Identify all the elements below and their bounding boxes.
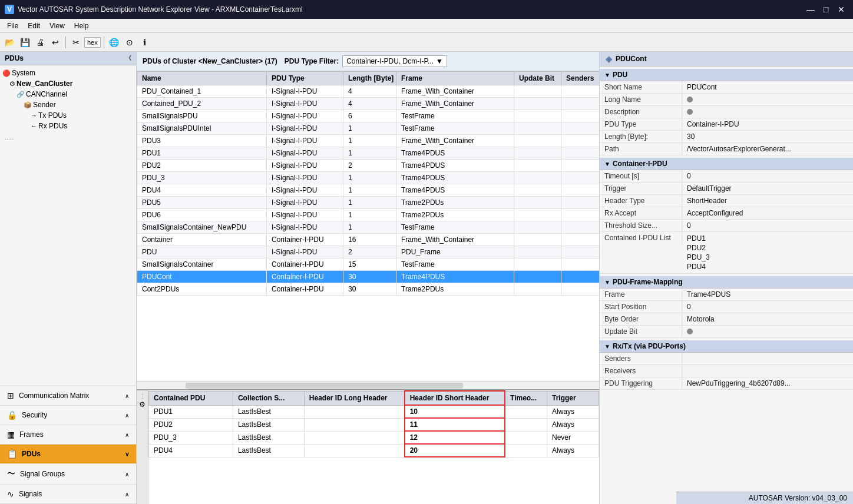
nav-communication-matrix[interactable]: ⊞ Communication Matrix ∧ bbox=[0, 386, 136, 406]
sender-icon: 📦 bbox=[24, 101, 32, 109]
contained-item-pdu1: PDU1 bbox=[687, 234, 848, 243]
table-row[interactable]: Cont2PDUsContainer-I-PDU30Trame2PDUs bbox=[137, 283, 600, 296]
menu-bar: File Edit View Help bbox=[0, 19, 853, 33]
lower-table-row[interactable]: PDU2LastIsBest11Always bbox=[149, 418, 599, 431]
nav-signal-groups[interactable]: 〜 Signal Groups ∧ bbox=[0, 464, 136, 485]
table-row[interactable]: PDU5I-Signal-I-PDU1Trame2PDUs bbox=[137, 197, 600, 209]
tree-canchannel[interactable]: 🔗 CANChannel bbox=[0, 89, 136, 100]
timeout-label: Timeout [s] bbox=[600, 170, 682, 182]
info-button[interactable]: ℹ bbox=[138, 35, 152, 49]
lower-table-row[interactable]: PDU4LastIsBest20Always bbox=[149, 444, 599, 457]
nav-frames[interactable]: ▦ Frames ∧ bbox=[0, 425, 136, 445]
title-bar: V Vector AUTOSAR System Description Netw… bbox=[0, 0, 853, 19]
table-row[interactable]: PDUContContainer-I-PDU30Trame4PDUS bbox=[137, 271, 600, 283]
pdu-type-dropdown[interactable]: Container-I-PDU, Dcm-I-P... ▼ bbox=[342, 55, 447, 67]
rxtx-header[interactable]: ▼ Rx/Tx (via PDU-Ports) bbox=[600, 340, 853, 353]
lower-col-header-id-long[interactable]: Header ID Long Header bbox=[304, 391, 404, 405]
maximize-button[interactable]: □ bbox=[819, 4, 833, 15]
cut-button[interactable]: ✂ bbox=[69, 35, 83, 49]
col-frame[interactable]: Frame bbox=[396, 72, 514, 85]
open-button[interactable]: 📂 bbox=[2, 35, 16, 49]
col-update-bit[interactable]: Update Bit bbox=[514, 72, 561, 85]
globe-button[interactable]: 🌐 bbox=[107, 35, 121, 49]
tree-rxpdu[interactable]: ← Rx PDUs bbox=[0, 121, 136, 131]
rxpdu-icon: ← bbox=[31, 122, 37, 130]
lower-col-header-id-short[interactable]: Header ID Short Header bbox=[405, 391, 505, 405]
app-icon: V bbox=[5, 5, 14, 14]
collapse-arrows[interactable]: 《 bbox=[125, 54, 131, 62]
center-panel: PDUs of Cluster <New_CanCluster> (17) PD… bbox=[137, 52, 600, 504]
lower-table-row[interactable]: PDU_3LastIsBest12Never bbox=[149, 431, 599, 444]
table-row[interactable]: ContainerContainer-I-PDU16Frame_With_Con… bbox=[137, 234, 600, 246]
lower-table-container[interactable]: Contained PDU Collection S... Header ID … bbox=[148, 390, 599, 504]
settings-icon[interactable]: ⚙ bbox=[139, 400, 146, 409]
print-button[interactable]: 🖨 bbox=[33, 35, 47, 49]
col-name[interactable]: Name bbox=[137, 72, 267, 85]
scroll-thumb[interactable] bbox=[186, 383, 463, 389]
nav-signals[interactable]: ∿ Signals ∧ bbox=[0, 485, 136, 504]
lower-col-contained-pdu[interactable]: Contained PDU bbox=[149, 391, 233, 405]
container-section-title: Container-I-PDU bbox=[613, 160, 667, 168]
tree-system[interactable]: 🔴 System bbox=[0, 68, 136, 78]
receivers-label: Receivers bbox=[600, 365, 682, 377]
container-section-header[interactable]: ▼ Container-I-PDU bbox=[600, 158, 853, 170]
pdu-triggering-value: NewPduTriggering_4b6207d89... bbox=[682, 377, 853, 389]
table-row[interactable]: PDU6I-Signal-I-PDU1Trame2PDUs bbox=[137, 209, 600, 221]
trigger-label: Trigger bbox=[600, 183, 682, 194]
frame-mapping-header[interactable]: ▼ PDU-Frame-Mapping bbox=[600, 276, 853, 289]
receivers-value bbox=[682, 365, 853, 377]
table-row[interactable]: SmallSignalsPDUI-Signal-I-PDU6TestFrame bbox=[137, 110, 600, 122]
long-name-label: Long Name bbox=[600, 94, 682, 105]
close-button[interactable]: ✕ bbox=[834, 4, 848, 15]
table-row[interactable]: PDU1I-Signal-I-PDU1Trame4PDUS bbox=[137, 147, 600, 160]
pdu-section: ▼ PDU Short Name PDUCont Long Name Descr… bbox=[600, 69, 853, 155]
nav-security[interactable]: 🔒 Security ∧ bbox=[0, 406, 136, 425]
table-row[interactable]: PDU3I-Signal-I-PDU1Frame_With_Container bbox=[137, 135, 600, 147]
menu-help[interactable]: Help bbox=[70, 21, 94, 31]
pdu-frame-mapping-section: ▼ PDU-Frame-Mapping Frame Trame4PDUS Sta… bbox=[600, 276, 853, 338]
save-button[interactable]: 💾 bbox=[18, 35, 32, 49]
tree-sender[interactable]: 📦 Sender bbox=[0, 100, 136, 110]
menu-file[interactable]: File bbox=[2, 21, 23, 31]
table-row[interactable]: PDU_3I-Signal-I-PDU1Trame4PDUS bbox=[137, 172, 600, 184]
table-row[interactable]: PDU2I-Signal-I-PDU2Trame4PDUS bbox=[137, 160, 600, 172]
upper-table-container[interactable]: Name PDU Type Length [Byte] Frame Update… bbox=[137, 71, 599, 381]
threshold-label: Threshold Size... bbox=[600, 220, 682, 231]
contained-list: PDU1 PDU2 PDU_3 PDU4 bbox=[687, 234, 848, 271]
col-senders[interactable]: Senders bbox=[561, 72, 600, 85]
lower-col-timeout[interactable]: Timeo... bbox=[505, 391, 547, 405]
table-row[interactable]: SmallSignalsPDUIntelI-Signal-I-PDU1TestF… bbox=[137, 122, 600, 135]
col-pdu-type[interactable]: PDU Type bbox=[267, 72, 343, 85]
prop-description: Description bbox=[600, 106, 853, 118]
menu-view[interactable]: View bbox=[45, 21, 70, 31]
horizontal-scrollbar[interactable] bbox=[137, 381, 599, 389]
check-button[interactable]: ⊙ bbox=[123, 35, 137, 49]
tree-txpdu[interactable]: → Tx PDUs bbox=[0, 110, 136, 121]
table-row[interactable]: Contained_PDU_2I-Signal-I-PDU4Frame_With… bbox=[137, 98, 600, 110]
menu-edit[interactable]: Edit bbox=[23, 21, 45, 31]
update-bit-label: Update Bit bbox=[600, 326, 682, 337]
lower-col-collection-s[interactable]: Collection S... bbox=[233, 391, 304, 405]
table-row[interactable]: PDUI-Signal-I-PDU2PDU_Frame bbox=[137, 246, 600, 258]
table-row[interactable]: SmallSignalsContainerContainer-I-PDU15Te… bbox=[137, 258, 600, 271]
rxtx-section: ▼ Rx/Tx (via PDU-Ports) Senders Receiver… bbox=[600, 340, 853, 390]
minimize-button[interactable]: — bbox=[804, 4, 818, 15]
nav-pdus[interactable]: 📋 PDUs ∨ bbox=[0, 445, 136, 464]
col-length[interactable]: Length [Byte] bbox=[343, 72, 396, 85]
txpdu-icon: → bbox=[31, 112, 37, 119]
table-row[interactable]: SmallSignalsContainer_NewPDUI-Signal-I-P… bbox=[137, 221, 600, 234]
lower-table: Contained PDU Collection S... Header ID … bbox=[148, 390, 599, 457]
table-row[interactable]: PDU4I-Signal-I-PDU1Trame4PDUS bbox=[137, 184, 600, 197]
lower-col-trigger[interactable]: Trigger bbox=[547, 391, 599, 405]
dropdown-arrow-icon: ▼ bbox=[436, 57, 443, 65]
table-row[interactable]: PDU_Contained_1I-Signal-I-PDU4Frame_With… bbox=[137, 85, 600, 98]
path-label: Path bbox=[600, 143, 682, 155]
system-icon: 🔴 bbox=[2, 69, 11, 77]
pdu-header-bar: PDUs of Cluster <New_CanCluster> (17) PD… bbox=[137, 52, 599, 71]
tree-cancluster[interactable]: ⚙ New_CanCluster bbox=[0, 78, 136, 89]
undo-button[interactable]: ↩ bbox=[48, 35, 62, 49]
pdu-table: Name PDU Type Length [Byte] Frame Update… bbox=[137, 71, 599, 296]
lower-table-row[interactable]: PDU1LastIsBest10Always bbox=[149, 405, 599, 418]
length-label: Length [Byte]: bbox=[600, 131, 682, 142]
pdu-section-header[interactable]: ▼ PDU bbox=[600, 69, 853, 81]
